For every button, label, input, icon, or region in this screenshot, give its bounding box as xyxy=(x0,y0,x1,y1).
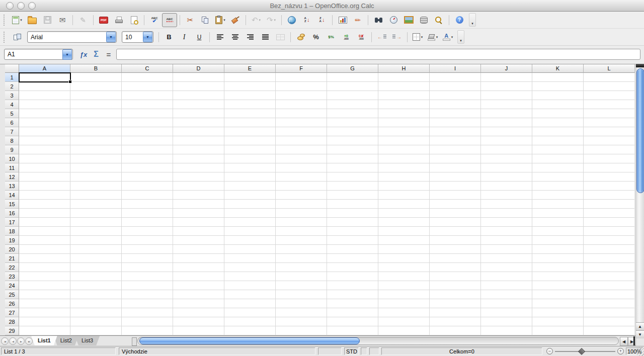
cell-F22[interactable] xyxy=(276,263,327,272)
cell-J1[interactable] xyxy=(481,73,532,82)
page-style-field[interactable]: Východzie xyxy=(119,347,315,355)
cell-B9[interactable] xyxy=(70,145,122,154)
select-all-corner[interactable] xyxy=(5,64,19,73)
cell-A9[interactable] xyxy=(19,145,70,154)
chevron-down-icon[interactable]: ▾ xyxy=(259,18,261,22)
cell-F19[interactable] xyxy=(276,236,327,245)
cell-B2[interactable] xyxy=(70,82,122,91)
vertical-scrollbar-track[interactable] xyxy=(636,67,643,322)
cell-D20[interactable] xyxy=(173,245,224,254)
row-header-9[interactable]: 9 xyxy=(5,145,19,154)
cell-F20[interactable] xyxy=(276,245,327,254)
cell-J10[interactable] xyxy=(481,154,532,163)
cell-K25[interactable] xyxy=(532,290,584,299)
font-color-button[interactable]: A▾ xyxy=(440,30,455,44)
cell-B26[interactable] xyxy=(70,299,122,308)
data-sources-button[interactable] xyxy=(416,13,431,27)
cell-L5[interactable] xyxy=(584,109,635,118)
cell-C8[interactable] xyxy=(122,136,173,145)
column-header-D[interactable]: D xyxy=(173,64,224,73)
cell-B20[interactable] xyxy=(70,245,122,254)
cell-I20[interactable] xyxy=(430,245,481,254)
cell-J6[interactable] xyxy=(481,118,532,127)
row-header-12[interactable]: 12 xyxy=(5,172,19,182)
cell-A6[interactable] xyxy=(19,118,70,127)
function-button[interactable]: = xyxy=(103,48,114,60)
underline-button[interactable]: U xyxy=(192,30,207,44)
cell-C23[interactable] xyxy=(122,272,173,281)
cell-F3[interactable] xyxy=(276,91,327,100)
zoom-slider-track[interactable] xyxy=(555,351,615,352)
cell-L17[interactable] xyxy=(584,218,635,227)
cell-G28[interactable] xyxy=(327,317,378,326)
cell-E13[interactable] xyxy=(224,182,276,191)
cell-G29[interactable] xyxy=(327,326,378,335)
draw-functions-button[interactable]: ✏ xyxy=(350,13,365,27)
cell-B14[interactable] xyxy=(70,191,122,200)
cell-J3[interactable] xyxy=(481,91,532,100)
cell-C29[interactable] xyxy=(122,326,173,335)
cell-I17[interactable] xyxy=(430,218,481,227)
cell-K23[interactable] xyxy=(532,272,584,281)
cell-E17[interactable] xyxy=(224,218,276,227)
cell-K26[interactable] xyxy=(532,299,584,308)
cell-I24[interactable] xyxy=(430,281,481,290)
chevron-down-icon[interactable]: ▾ xyxy=(451,35,453,39)
cell-F9[interactable] xyxy=(276,145,327,154)
cell-L20[interactable] xyxy=(584,245,635,254)
decrease-indent-button[interactable]: ← xyxy=(374,30,389,44)
cell-C22[interactable] xyxy=(122,263,173,272)
cell-B3[interactable] xyxy=(70,91,122,100)
cell-H18[interactable] xyxy=(378,227,430,236)
cell-J19[interactable] xyxy=(481,236,532,245)
cell-F11[interactable] xyxy=(276,163,327,172)
cell-G25[interactable] xyxy=(327,290,378,299)
cell-I13[interactable] xyxy=(430,182,481,191)
cell-K2[interactable] xyxy=(532,82,584,91)
cell-F24[interactable] xyxy=(276,281,327,290)
cell-D9[interactable] xyxy=(173,145,224,154)
cell-I28[interactable] xyxy=(430,317,481,326)
cell-B16[interactable] xyxy=(70,209,122,218)
cell-G22[interactable] xyxy=(327,263,378,272)
cell-J18[interactable] xyxy=(481,227,532,236)
cell-J25[interactable] xyxy=(481,290,532,299)
cell-I23[interactable] xyxy=(430,272,481,281)
cell-E3[interactable] xyxy=(224,91,276,100)
zoom-in-button[interactable]: + xyxy=(617,348,624,354)
cell-A24[interactable] xyxy=(19,281,70,290)
cell-L19[interactable] xyxy=(584,236,635,245)
cell-L23[interactable] xyxy=(584,272,635,281)
cell-J5[interactable] xyxy=(481,109,532,118)
cell-I3[interactable] xyxy=(430,91,481,100)
cell-D12[interactable] xyxy=(173,172,224,182)
cell-K10[interactable] xyxy=(532,154,584,163)
cell-H3[interactable] xyxy=(378,91,430,100)
cell-F21[interactable] xyxy=(276,254,327,263)
cell-C16[interactable] xyxy=(122,209,173,218)
hyperlink-button[interactable] xyxy=(284,13,299,27)
cell-E19[interactable] xyxy=(224,236,276,245)
row-header-23[interactable]: 23 xyxy=(5,272,19,281)
cell-K4[interactable] xyxy=(532,100,584,109)
cell-L3[interactable] xyxy=(584,91,635,100)
cell-D23[interactable] xyxy=(173,272,224,281)
delete-decimal-button[interactable]: .000 xyxy=(354,30,369,44)
cell-K12[interactable] xyxy=(532,172,584,182)
cell-E7[interactable] xyxy=(224,127,276,136)
help-button[interactable]: ? xyxy=(452,13,467,27)
align-center-button[interactable] xyxy=(227,30,243,44)
cell-K15[interactable] xyxy=(532,200,584,209)
column-header-C[interactable]: C xyxy=(122,64,173,73)
cell-F27[interactable] xyxy=(276,308,327,317)
cell-F10[interactable] xyxy=(276,154,327,163)
find-replace-button[interactable] xyxy=(371,13,386,27)
font-name-dropdown-button[interactable]: ▼ xyxy=(106,32,116,42)
new-document-button[interactable]: ▾ xyxy=(10,13,25,27)
vertical-scrollbar[interactable]: ▲ ▼ xyxy=(635,64,644,338)
align-right-button[interactable] xyxy=(243,30,258,44)
cell-D27[interactable] xyxy=(173,308,224,317)
chevron-down-icon[interactable]: ▾ xyxy=(223,18,225,22)
cell-L24[interactable] xyxy=(584,281,635,290)
cell-H29[interactable] xyxy=(378,326,430,335)
